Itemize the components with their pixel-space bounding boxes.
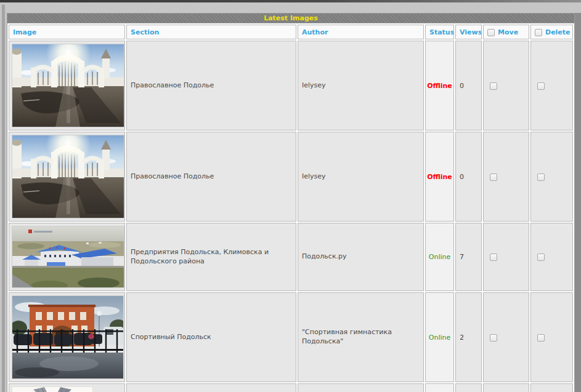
column-header-label: Views	[460, 28, 482, 36]
left-frame-shadow	[2, 4, 5, 392]
image-thumbnail[interactable]	[12, 135, 124, 218]
delete-cell	[530, 132, 573, 222]
table-row: Предприятия Подольска, Климовска и Подол…	[9, 223, 573, 291]
status-cell: Offline	[425, 41, 454, 130]
author-cell: Ielysey	[298, 41, 424, 130]
delete-checkbox[interactable]	[537, 174, 545, 181]
section-link[interactable]: Православное Подолье	[131, 81, 214, 90]
latest-images-table: Image Section Author Status Views Move D…	[7, 23, 575, 392]
column-header-label: Move	[498, 28, 518, 36]
delete-cell	[530, 292, 573, 382]
column-header-label: Status	[429, 28, 454, 36]
delete-checkbox[interactable]	[537, 82, 545, 90]
author-cell: Ielysey	[298, 132, 424, 222]
author-cell: Подольск.ру	[298, 223, 424, 291]
column-header-delete[interactable]: Delete	[530, 25, 573, 39]
image-thumbnail[interactable]	[12, 296, 123, 378]
move-checkbox[interactable]	[490, 174, 497, 181]
status-badge: Online	[429, 253, 450, 261]
views-cell	[455, 383, 482, 392]
column-header-author[interactable]: Author	[298, 25, 424, 39]
views-count: 0	[460, 173, 464, 181]
status-badge: Online	[429, 334, 450, 342]
section-link[interactable]: Православное Подолье	[131, 172, 214, 182]
image-thumbnail[interactable]	[12, 44, 124, 127]
table-row: Спортивный Подольск "Спортивная гимнасти…	[9, 292, 573, 382]
table-header-row: Image Section Author Status Views Move D…	[9, 25, 573, 39]
author-label: Подольск.ру	[302, 252, 347, 262]
delete-cell	[530, 383, 573, 392]
image-thumbnail[interactable]	[12, 387, 92, 392]
move-cell	[483, 132, 529, 222]
status-badge: Offline	[427, 82, 452, 90]
status-badge: Offline	[427, 173, 452, 181]
views-cell: 2	[455, 292, 482, 382]
table-row	[9, 383, 573, 392]
section-link[interactable]: Спортивный Подольск	[131, 333, 211, 342]
move-cell	[483, 41, 529, 130]
table-row: Православное Подолье Ielysey Offline 0	[9, 132, 573, 222]
section-cell: Православное Подолье	[126, 132, 296, 222]
page: Latest Images Image Section Author Statu…	[0, 0, 581, 392]
right-frame-shadow	[575, 13, 581, 392]
views-cell: 0	[455, 132, 482, 222]
section-cell: Православное Подолье	[126, 41, 296, 130]
image-cell	[9, 41, 125, 130]
column-header-section[interactable]: Section	[126, 25, 296, 39]
author-cell: "Спортивная гимнастика Подольска"	[298, 292, 424, 382]
column-header-image[interactable]: Image	[9, 25, 125, 39]
section-cell: Спортивный Подольск	[126, 292, 296, 382]
move-checkbox[interactable]	[490, 254, 497, 261]
status-cell	[425, 383, 454, 392]
image-cell	[9, 383, 125, 392]
move-cell	[483, 383, 529, 392]
panel-title: Latest Images	[7, 13, 575, 23]
image-thumbnail[interactable]	[12, 226, 124, 287]
table-body: Православное Подолье Ielysey Offline 0	[9, 41, 573, 392]
move-cell	[483, 223, 529, 291]
image-cell	[9, 223, 125, 291]
views-cell: 7	[455, 223, 482, 291]
move-checkbox[interactable]	[490, 334, 497, 342]
section-cell: Предприятия Подольска, Климовска и Подол…	[126, 223, 296, 291]
move-cell	[483, 292, 529, 382]
move-all-checkbox[interactable]	[487, 29, 495, 36]
column-header-views[interactable]: Views	[455, 25, 482, 39]
author-cell	[298, 383, 424, 392]
views-cell: 0	[455, 41, 482, 130]
delete-checkbox[interactable]	[537, 254, 545, 261]
author-label: Ielysey	[302, 81, 326, 90]
section-cell	[126, 383, 296, 392]
author-label: "Спортивная гимнастика Подольска"	[302, 328, 420, 346]
move-checkbox[interactable]	[490, 82, 497, 90]
column-header-move[interactable]: Move	[483, 25, 529, 39]
column-header-label: Section	[131, 28, 159, 36]
column-header-label: Author	[302, 28, 328, 36]
author-label: Ielysey	[302, 172, 326, 182]
views-count: 7	[460, 253, 464, 261]
status-cell: Online	[425, 292, 454, 382]
delete-checkbox[interactable]	[537, 334, 545, 342]
window-top-edge	[0, 0, 581, 2]
delete-cell	[530, 223, 573, 291]
status-cell: Offline	[425, 132, 454, 222]
table-row: Православное Подолье Ielysey Offline 0	[9, 41, 573, 130]
delete-all-checkbox[interactable]	[535, 29, 542, 36]
latest-images-panel: Latest Images Image Section Author Statu…	[7, 13, 575, 392]
views-count: 2	[460, 334, 464, 342]
column-header-label: Image	[13, 28, 36, 36]
views-count: 0	[460, 82, 464, 90]
image-cell	[9, 292, 125, 382]
delete-cell	[530, 41, 573, 130]
status-cell: Online	[425, 223, 454, 291]
section-link[interactable]: Предприятия Подольска, Климовска и Подол…	[131, 248, 292, 266]
column-header-label: Delete	[545, 28, 571, 36]
image-cell	[9, 132, 125, 222]
column-header-status[interactable]: Status	[425, 25, 454, 39]
